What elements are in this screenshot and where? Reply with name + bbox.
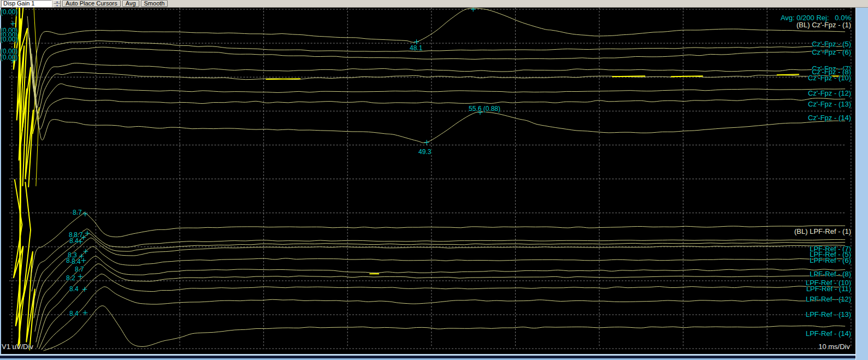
trace-lpf-ref-5- xyxy=(33,234,845,305)
disp-gain-input[interactable]: Disp Gain 1 xyxy=(1,0,52,7)
stimulus-artifact xyxy=(23,182,35,350)
cursor-marker[interactable] xyxy=(10,21,15,26)
trace-lpf-ref-13- xyxy=(42,287,846,350)
trace-cz-fpz-10- xyxy=(32,54,845,114)
waveform-plot[interactable]: Avg: 0/200 Rej: 0.0% V1 uV/Div 10 ms/Div… xyxy=(0,8,855,354)
avg-button[interactable]: Avg xyxy=(122,0,139,7)
selected-trace-segment xyxy=(612,76,646,76)
smooth-button[interactable]: Smooth xyxy=(141,0,168,7)
window-left-border xyxy=(0,8,1,354)
selected-trace-segment xyxy=(671,76,703,76)
spin-down-icon[interactable]: ▼ xyxy=(54,4,61,8)
cursor-marker[interactable] xyxy=(477,110,482,115)
auto-place-cursors-button[interactable]: Auto Place Cursors xyxy=(62,0,121,7)
cursor-marker[interactable] xyxy=(414,39,419,44)
trace-cz-fpz-6- xyxy=(29,38,845,98)
trace-lpf-ref-14- xyxy=(44,306,846,351)
trace-cz-fpz-1- xyxy=(27,8,845,76)
disp-gain-stepper[interactable]: ▲ ▼ xyxy=(54,0,61,7)
trace-lpf-ref-12- xyxy=(39,274,845,349)
cursor-marker[interactable] xyxy=(424,140,429,145)
trace-cz-fpz-14- xyxy=(35,86,845,143)
trace-lpf-ref-11- xyxy=(37,264,845,347)
cursor-marker[interactable] xyxy=(79,254,84,259)
selected-trace-segment xyxy=(266,79,301,79)
trace-cz-fpz-5- xyxy=(28,32,845,92)
selected-trace-segment xyxy=(777,74,799,75)
spin-up-icon[interactable]: ▲ xyxy=(54,0,61,4)
trace-cz-fpz-13- xyxy=(34,75,845,129)
trace-lpf-ref-10- xyxy=(36,256,845,342)
toolbar: Disp Gain 1 ▲ ▼ Auto Place Cursors Avg S… xyxy=(0,0,868,8)
trace-lpf-ref-1- xyxy=(31,213,845,278)
cursor-marker[interactable] xyxy=(81,258,86,263)
trace-cz-fpz-12- xyxy=(33,64,845,119)
trace-lpf-ref-6- xyxy=(34,238,845,318)
cursor-marker[interactable] xyxy=(82,211,87,216)
waveform-canvas[interactable] xyxy=(0,8,855,354)
trace-cz-fpz-8- xyxy=(31,48,845,108)
window-right-border xyxy=(855,8,868,360)
trace-lpf-ref-8- xyxy=(35,246,845,332)
cursor-marker[interactable] xyxy=(85,231,90,235)
cursor-marker[interactable] xyxy=(78,239,83,244)
